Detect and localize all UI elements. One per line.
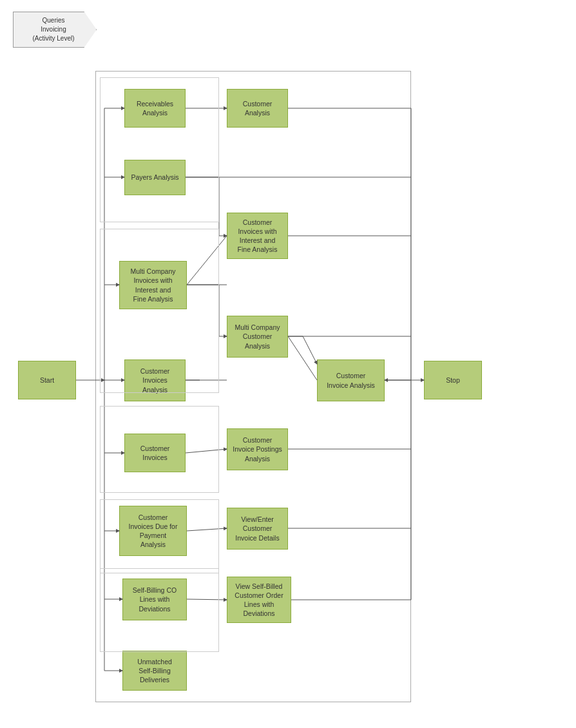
group-mid-upper: [100, 229, 219, 393]
view-enter-node: View/EnterCustomerInvoice Details: [227, 508, 288, 550]
header-tag: QueriesInvoicing(Activity Level): [13, 12, 97, 48]
cust-inv-postings-node: CustomerInvoice PostingsAnalysis: [227, 428, 288, 470]
group-invoices: [100, 406, 219, 493]
unmatched-node: UnmatchedSelf-BillingDeliveries: [122, 651, 187, 691]
cust-inv-analysis2-node: CustomerInvoice Analysis: [317, 359, 385, 401]
header-text: QueriesInvoicing(Activity Level): [32, 16, 74, 43]
group-due: [100, 499, 219, 573]
stop-node: Stop: [424, 361, 482, 399]
group-self-billing: [100, 568, 219, 652]
start-node: Start: [18, 361, 76, 399]
cust-inv-interest-node: CustomerInvoices withInterest andFine An…: [227, 213, 288, 259]
customer-analysis-node: CustomerAnalysis: [227, 89, 288, 128]
group-top: [100, 77, 219, 222]
multi-co-customer-node: Multi CompanyCustomerAnalysis: [227, 316, 288, 358]
view-self-billed-node: View Self-BilledCustomer OrderLines with…: [227, 577, 291, 623]
